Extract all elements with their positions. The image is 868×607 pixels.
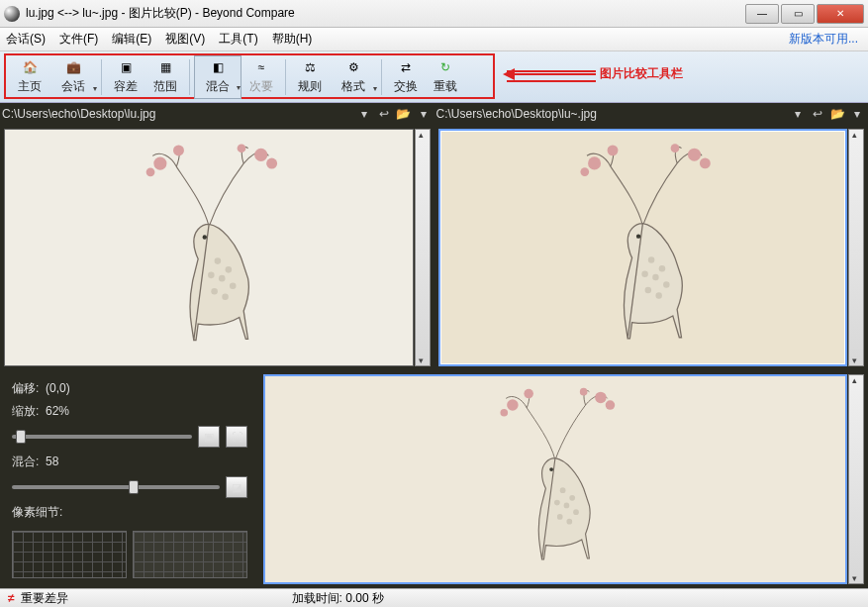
- right-image[interactable]: [438, 129, 848, 366]
- titlebar: lu.jpg <--> lu~.jpg - 图片比较(P) - Beyond C…: [0, 0, 868, 28]
- history-icon[interactable]: ↩: [809, 105, 826, 123]
- chevron-down-icon[interactable]: ▾: [415, 105, 433, 123]
- annotation-callout: 图片比较工具栏: [507, 65, 683, 82]
- menu-file[interactable]: 文件(F): [59, 31, 98, 48]
- reload-icon: ↻: [436, 58, 454, 76]
- tool-tolerance[interactable]: ▣容差: [106, 55, 145, 99]
- left-image[interactable]: [4, 129, 414, 366]
- path-bar: ▾ ↩ 📂 ▾ ▾ ↩ 📂 ▾: [0, 103, 868, 125]
- tool-home[interactable]: 🏠主页: [10, 55, 49, 99]
- tool-reload[interactable]: ↻重载: [426, 55, 465, 99]
- status-load-time: 加载时间: 0.00 秒: [292, 590, 384, 607]
- rules-icon: ⚖: [301, 58, 319, 76]
- zoom-value: 62%: [46, 404, 69, 418]
- tool-blend[interactable]: ◧混合▾: [194, 55, 241, 99]
- chevron-down-icon[interactable]: ▾: [848, 105, 866, 123]
- chevron-down-icon: ▾: [373, 84, 377, 93]
- tool-swap[interactable]: ⇄交换: [386, 55, 426, 99]
- format-icon: ⚙: [344, 58, 362, 76]
- folder-open-icon[interactable]: 📂: [828, 105, 846, 123]
- menu-edit[interactable]: 编辑(E): [112, 31, 151, 48]
- menubar: 会话(S) 文件(F) 编辑(E) 视图(V) 工具(T) 帮助(H) 新版本可…: [0, 28, 868, 51]
- folder-open-icon[interactable]: 📂: [395, 105, 413, 123]
- deer-illustration: [497, 140, 789, 354]
- blend-slider[interactable]: [12, 485, 220, 489]
- left-path-input[interactable]: [2, 107, 353, 121]
- deer-illustration: [62, 140, 355, 356]
- home-icon: 🏠: [21, 58, 39, 76]
- offset-label: 偏移:: [12, 381, 39, 395]
- chevron-down-icon: ▾: [93, 84, 97, 93]
- pixel-grid-left[interactable]: [12, 531, 127, 578]
- deer-illustration: [346, 384, 764, 573]
- chevron-down-icon: ▾: [237, 83, 241, 92]
- tool-range[interactable]: ▦范围: [145, 55, 185, 99]
- dropdown-icon[interactable]: ▾: [355, 105, 373, 123]
- minimize-button[interactable]: —: [745, 4, 779, 24]
- blend-image[interactable]: [263, 374, 847, 584]
- blend-icon: ◧: [209, 58, 227, 76]
- scrollbar[interactable]: [848, 374, 864, 584]
- zoom-label: 缩放:: [12, 404, 39, 418]
- left-pane: [0, 125, 434, 370]
- window-title: lu.jpg <--> lu~.jpg - 图片比较(P) - Beyond C…: [26, 5, 743, 22]
- actual-size-button[interactable]: ⛶: [226, 426, 247, 448]
- new-version-link[interactable]: 新版本可用...: [789, 31, 858, 48]
- blend-value: 58: [46, 455, 58, 468]
- blend-label: 混合:: [12, 455, 39, 468]
- offset-value: (0,0): [46, 381, 70, 395]
- menu-tools[interactable]: 工具(T): [219, 31, 257, 48]
- pixel-detail-label: 像素细节:: [12, 504, 247, 521]
- menu-view[interactable]: 视图(V): [165, 31, 205, 48]
- maximize-button[interactable]: ▭: [781, 4, 815, 24]
- swap-icon: ⇄: [397, 58, 415, 76]
- tool-secondary[interactable]: ≈次要: [241, 55, 281, 99]
- briefcase-icon: 💼: [64, 58, 82, 76]
- secondary-icon: ≈: [252, 58, 270, 76]
- tool-format[interactable]: ⚙格式▾: [330, 55, 377, 99]
- right-path-input[interactable]: [436, 107, 788, 121]
- zoom-slider[interactable]: [12, 435, 192, 439]
- not-equal-icon: ≠: [8, 591, 15, 605]
- close-button[interactable]: ✕: [817, 4, 864, 24]
- range-icon: ▦: [156, 58, 174, 76]
- tool-session[interactable]: 💼会话▾: [49, 55, 97, 99]
- controls-panel: 偏移: (0,0) 缩放: 62% ▣ ⛶ 混合: 58 ◪ 像素细节:: [0, 370, 259, 588]
- pixel-grid-right[interactable]: [133, 531, 247, 578]
- tool-rules[interactable]: ⚖规则: [290, 55, 330, 99]
- app-icon: [4, 6, 20, 22]
- right-pane: [434, 125, 869, 370]
- menu-session[interactable]: 会话(S): [6, 31, 46, 48]
- history-icon[interactable]: ↩: [375, 105, 393, 123]
- status-diff: 重要差异: [21, 590, 68, 607]
- blend-mode-button[interactable]: ◪: [226, 476, 247, 498]
- arrow-left-icon: [507, 73, 596, 75]
- blend-view: [259, 370, 868, 588]
- status-bar: ≠ 重要差异 加载时间: 0.00 秒: [0, 588, 868, 607]
- scrollbar[interactable]: [415, 129, 431, 366]
- fit-button[interactable]: ▣: [198, 426, 220, 448]
- menu-help[interactable]: 帮助(H): [272, 31, 313, 48]
- tolerance-icon: ▣: [117, 58, 135, 76]
- compare-area: [0, 125, 868, 370]
- lower-panel: 偏移: (0,0) 缩放: 62% ▣ ⛶ 混合: 58 ◪ 像素细节:: [0, 370, 868, 588]
- dropdown-icon[interactable]: ▾: [789, 105, 807, 123]
- scrollbar[interactable]: [848, 129, 864, 366]
- toolbar: 🏠主页 💼会话▾ ▣容差 ▦范围 ◧混合▾ ≈次要 ⚖规则 ⚙格式▾ ⇄交换 ↻…: [0, 51, 868, 103]
